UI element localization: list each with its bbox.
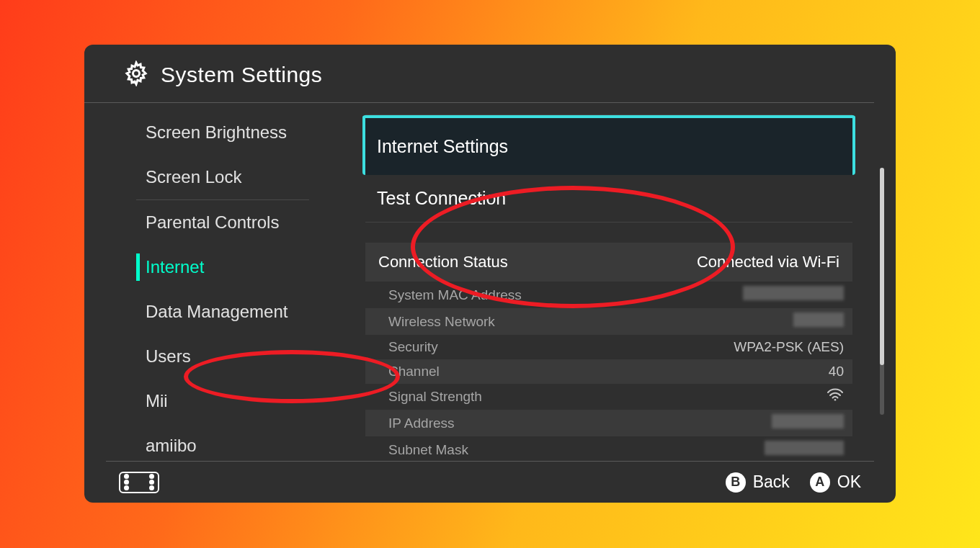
sidebar: Screen Brightness Screen Lock Parental C… [84, 103, 329, 461]
back-label: Back [753, 472, 790, 492]
svg-point-0 [133, 71, 140, 77]
content-panel: Internet Settings Test Connection Connec… [329, 103, 896, 461]
info-label: Channel [388, 364, 440, 379]
ok-button[interactable]: A OK [810, 472, 861, 493]
info-label: Security [388, 339, 438, 355]
info-value-redacted [743, 286, 844, 304]
sidebar-item-mii[interactable]: Mii [84, 379, 329, 423]
connection-status-value: Connected via Wi-Fi [697, 253, 839, 271]
info-label: Subnet Mask [388, 442, 468, 458]
footer-right: B Back A OK [726, 472, 861, 493]
info-value-redacted [772, 414, 844, 432]
info-row-mac: System MAC Address [365, 282, 852, 308]
info-row-wireless-network: Wireless Network [365, 308, 852, 335]
footer: B Back A OK [106, 461, 874, 503]
info-row-ip-address: IP Address [365, 410, 852, 436]
info-label: System MAC Address [388, 287, 522, 303]
body: Screen Brightness Screen Lock Parental C… [84, 103, 896, 461]
sidebar-item-screen-brightness[interactable]: Screen Brightness [84, 110, 329, 155]
content-scroll: Internet Settings Test Connection Connec… [365, 114, 852, 461]
settings-window: System Settings Screen Brightness Screen… [84, 45, 896, 503]
console-icon [119, 472, 159, 493]
sidebar-item-parental-controls[interactable]: Parental Controls [84, 200, 329, 245]
scrollbar-thumb[interactable] [880, 168, 884, 365]
sidebar-item-users[interactable]: Users [84, 334, 329, 379]
info-row-channel: Channel 40 [365, 359, 852, 384]
connection-status-label: Connection Status [378, 253, 508, 271]
gear-icon [123, 60, 149, 89]
page-title: System Settings [161, 63, 322, 87]
back-button[interactable]: B Back [726, 472, 790, 493]
info-value: WPA2-PSK (AES) [734, 339, 844, 355]
info-value-redacted [793, 313, 844, 331]
sidebar-item-screen-lock[interactable]: Screen Lock [84, 155, 329, 199]
connection-status-header: Connection Status Connected via Wi-Fi [365, 243, 852, 282]
entry-test-connection[interactable]: Test Connection [365, 175, 852, 223]
sidebar-item-internet[interactable]: Internet [84, 245, 329, 289]
entry-internet-settings[interactable]: Internet Settings [362, 115, 855, 175]
info-value: 40 [829, 364, 844, 379]
sidebar-item-data-management[interactable]: Data Management [84, 289, 329, 334]
ok-label: OK [837, 472, 861, 492]
a-button-icon: A [810, 472, 830, 493]
info-label: Signal Strength [388, 389, 482, 405]
info-label: IP Address [388, 416, 455, 431]
sidebar-item-amiibo[interactable]: amiibo [84, 423, 329, 461]
info-row-security: Security WPA2-PSK (AES) [365, 335, 852, 359]
svg-point-1 [834, 399, 837, 401]
header: System Settings [84, 45, 874, 103]
info-row-signal-strength: Signal Strength [365, 384, 852, 410]
info-value-redacted [765, 441, 844, 459]
info-label: Wireless Network [388, 314, 495, 330]
wifi-icon [827, 388, 844, 405]
b-button-icon: B [726, 472, 746, 493]
scrollbar[interactable] [880, 168, 884, 415]
info-row-subnet-mask: Subnet Mask [365, 436, 852, 461]
